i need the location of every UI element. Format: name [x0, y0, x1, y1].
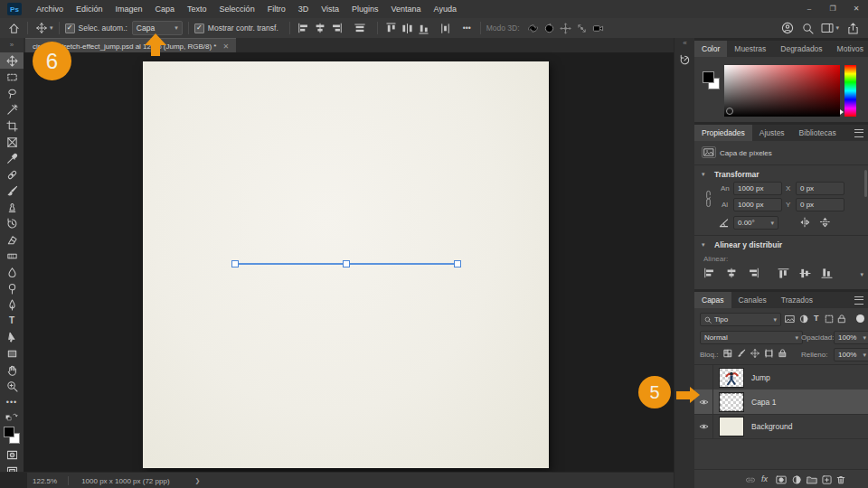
link-layers-icon[interactable]	[745, 475, 756, 484]
filter-toggle[interactable]	[856, 314, 864, 323]
tools-panel-expand-chevrons[interactable]: »	[0, 38, 24, 52]
hand-tool[interactable]	[0, 361, 24, 378]
distribute-spacing-icon[interactable]	[438, 23, 454, 34]
eyedropper-tool[interactable]	[0, 150, 24, 166]
tab-motivos[interactable]: Motivos	[830, 41, 868, 57]
tab-close-icon[interactable]: ✕	[222, 42, 229, 51]
filter-shape-layers-icon[interactable]	[825, 314, 834, 324]
menu-3d[interactable]: 3D	[292, 0, 316, 18]
share-icon[interactable]	[844, 23, 861, 34]
filter-smart-objects-icon[interactable]	[837, 314, 846, 324]
align-right-edges-icon[interactable]	[328, 23, 344, 33]
tab-propiedades[interactable]: Propiedades	[694, 125, 752, 141]
default-swap-colors-icons[interactable]	[0, 410, 24, 423]
auto-select-checkbox[interactable]: ✓	[65, 23, 75, 33]
blend-mode-dropdown[interactable]: Normal▾	[700, 331, 803, 344]
more-options-button[interactable]: •••	[463, 23, 471, 33]
prop-align-left-icon[interactable]	[703, 267, 718, 280]
tab-bibliotecas[interactable]: Bibliotecas	[792, 125, 844, 141]
lock-pixels-icon[interactable]	[737, 349, 746, 358]
saturation-brightness-field[interactable]	[724, 65, 840, 117]
transform-section-chevron[interactable]: ▾	[702, 171, 705, 178]
prop-align-hcenter-icon[interactable]	[725, 267, 740, 280]
lasso-tool[interactable]	[0, 85, 24, 101]
height-field[interactable]: 1000 px	[733, 198, 782, 211]
flip-vertical-icon[interactable]	[819, 216, 831, 228]
path-selection-tool[interactable]	[0, 329, 24, 345]
visibility-toggle-empty[interactable]	[694, 365, 713, 389]
opacity-field[interactable]: 100%▾	[834, 331, 868, 344]
tab-canales[interactable]: Canales	[731, 292, 774, 308]
tab-muestras[interactable]: Muestras	[727, 41, 773, 57]
fill-field[interactable]: 100%▾	[834, 348, 868, 361]
zoom-level[interactable]: 122.5%	[33, 477, 57, 485]
x-field[interactable]: 0 px	[796, 182, 844, 195]
width-field[interactable]: 1000 px	[733, 182, 782, 195]
layer-name[interactable]: Background	[751, 422, 792, 431]
menu-vista[interactable]: Vista	[315, 0, 345, 18]
new-group-icon[interactable]	[807, 475, 817, 484]
prop-align-right-icon[interactable]	[747, 267, 761, 280]
minimize-button[interactable]: –	[797, 0, 821, 18]
color-field-cursor[interactable]	[726, 108, 733, 115]
home-icon[interactable]	[5, 23, 22, 34]
tab-color[interactable]: Color	[694, 41, 727, 57]
prop-align-top-icon[interactable]	[778, 267, 792, 280]
prop-align-bottom-icon[interactable]	[821, 267, 835, 280]
transform-handle-left[interactable]	[231, 260, 239, 267]
account-icon[interactable]	[779, 22, 796, 34]
quick-mask-button[interactable]	[0, 446, 24, 463]
distribute-top-edges-icon[interactable]	[383, 23, 400, 34]
maximize-button[interactable]: ❐	[821, 0, 844, 18]
show-transform-controls-checkbox[interactable]: ✓	[194, 23, 204, 33]
dock-collapse-chevrons[interactable]: «	[675, 38, 695, 49]
menu-capa[interactable]: Capa	[149, 0, 182, 18]
menu-imagen[interactable]: Imagen	[109, 0, 149, 18]
rectangle-tool[interactable]	[0, 345, 24, 361]
clone-stamp-tool[interactable]	[0, 199, 24, 215]
tab-ajustes[interactable]: Ajustes	[752, 125, 792, 141]
zoom-tool[interactable]	[0, 378, 24, 394]
layer-name[interactable]: Capa 1	[751, 398, 776, 407]
frame-tool[interactable]	[0, 134, 24, 150]
prop-align-vcenter-icon[interactable]	[799, 267, 814, 280]
foreground-background-swatches[interactable]	[0, 423, 24, 446]
hue-slider[interactable]	[844, 65, 856, 117]
pen-tool[interactable]	[0, 296, 24, 313]
layer-row-jump[interactable]: Jump	[694, 365, 868, 390]
delete-layer-icon[interactable]	[836, 475, 845, 484]
3d-orbit-icon[interactable]	[525, 23, 542, 34]
menu-ayuda[interactable]: Ayuda	[428, 0, 463, 18]
workspace-switcher-icon[interactable]	[819, 23, 835, 33]
layers-panel-menu-icon[interactable]	[854, 292, 868, 308]
align-left-edges-icon[interactable]	[296, 23, 312, 33]
layer-thumbnail-background[interactable]	[719, 417, 744, 436]
layer-thumbnail-jump[interactable]	[719, 368, 744, 388]
align-horizontal-centers-icon[interactable]	[312, 23, 328, 33]
transform-controls-line[interactable]	[233, 263, 458, 265]
lock-transparency-icon[interactable]	[723, 349, 732, 358]
3d-roll-icon[interactable]	[542, 23, 558, 34]
lock-artboard-icon[interactable]	[764, 349, 774, 358]
tab-trazados[interactable]: Trazados	[774, 292, 820, 308]
adjustment-layer-icon[interactable]	[792, 475, 801, 484]
quick-selection-tool[interactable]	[0, 101, 24, 117]
new-layer-icon[interactable]	[822, 475, 832, 484]
menu-ventana[interactable]: Ventana	[385, 0, 428, 18]
menu-texto[interactable]: Texto	[181, 0, 213, 18]
brush-tool[interactable]	[0, 183, 24, 199]
edit-toolbar-button[interactable]: •••	[0, 394, 24, 410]
search-icon[interactable]	[799, 23, 816, 34]
move-tool-preset-chevron[interactable]: ▾	[50, 24, 53, 32]
close-button[interactable]: ✕	[844, 0, 868, 18]
properties-panel-menu-icon[interactable]	[854, 125, 868, 141]
add-layer-mask-icon[interactable]	[776, 475, 787, 484]
blur-tool[interactable]	[0, 264, 24, 280]
tab-capas[interactable]: Capas	[694, 292, 731, 308]
layer-name[interactable]: Jump	[751, 373, 770, 382]
layer-row-capa1[interactable]: Capa 1	[694, 389, 868, 415]
filter-pixel-layers-icon[interactable]	[785, 314, 795, 324]
history-brush-tool[interactable]	[0, 215, 24, 231]
foreground-swatch[interactable]	[703, 71, 714, 83]
properties-scrollbar[interactable]	[864, 170, 867, 197]
